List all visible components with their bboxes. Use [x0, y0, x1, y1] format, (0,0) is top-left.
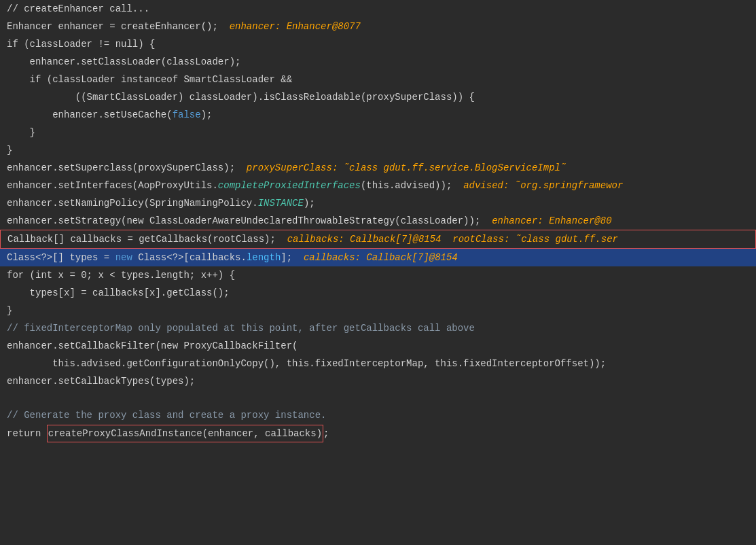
code-line: return createProxyClassAndInstance(enhan… [0, 424, 756, 443]
code-segment: enhancer.setNamingPolicy(SpringNamingPol… [7, 195, 258, 211]
code-segment: enhancer.setSuperclass(proxySuperClass); [7, 160, 247, 176]
code-lines-container: // createEnhancer call...Enhancer enhanc… [0, 0, 756, 443]
code-segment: ; [323, 425, 329, 442]
code-segment: Enhancer enhancer = createEnhancer(); [7, 18, 230, 35]
code-line: } [0, 141, 756, 159]
code-segment: ); [304, 195, 315, 211]
code-segment: length [247, 249, 281, 266]
code-segment: } [7, 142, 12, 158]
code-segment: return [7, 425, 47, 442]
code-segment: enhancer.setInterfaces(AopProxyUtils. [7, 177, 218, 194]
code-line: Class<?>[] types = new Class<?>[callback… [0, 249, 756, 266]
code-line: enhancer.setUseCache(false); [0, 106, 756, 124]
code-line: // fixedInterceptorMap only populated at… [0, 319, 756, 337]
code-segment: callbacks: Callback[7]@8154 rootClass: ˜… [287, 231, 618, 247]
code-line: enhancer.setStrategy(new ClassLoaderAwar… [0, 212, 756, 230]
code-segment: ((SmartClassLoader) classLoader).isClass… [7, 89, 475, 105]
code-segment: createProxyClassAndInstance(enhancer, ca… [48, 428, 322, 439]
code-editor: // createEnhancer call...Enhancer enhanc… [0, 0, 756, 545]
code-segment: ]; [281, 249, 304, 266]
code-segment: enhancer.setCallbackTypes(types); [7, 373, 195, 389]
code-segment: proxySuperClass: ˜class gdut.ff.service.… [247, 160, 566, 176]
code-segment: Callback[] callbacks = getCallbacks(root… [7, 231, 287, 247]
code-line: enhancer.setCallbackFilter(new ProxyCall… [0, 337, 756, 355]
code-line: enhancer.setClassLoader(classLoader); [0, 53, 756, 71]
code-line [0, 390, 756, 406]
code-line: if (classLoader != null) { [0, 35, 756, 53]
code-segment: this.advised.getConfigurationOnlyCopy(),… [7, 355, 606, 372]
code-segment: enhancer.setUseCache( [7, 107, 173, 123]
code-segment: false [173, 107, 201, 123]
code-segment: callbacks: Callback[7]@8154 [304, 249, 458, 266]
code-line: enhancer.setNamingPolicy(SpringNamingPol… [0, 194, 756, 212]
code-segment: Class<?> [132, 249, 184, 266]
code-line: } [0, 124, 756, 141]
code-segment: enhancer.setCallbackFilter(new ProxyCall… [7, 338, 298, 354]
code-segment: if (classLoader instanceof SmartClassLoa… [7, 71, 292, 88]
code-segment: [callbacks. [183, 249, 246, 266]
code-segment: INSTANCE [258, 195, 304, 211]
code-segment: enhancer: Enhancer@8077 [230, 18, 361, 35]
code-segment: // createEnhancer call... [7, 1, 149, 17]
code-line: if (classLoader instanceof SmartClassLoa… [0, 71, 756, 88]
code-segment: (this.advised)); [361, 177, 463, 194]
code-segment: advised: ˜org.springframewor [463, 177, 623, 194]
code-line: enhancer.setSuperclass(proxySuperClass);… [0, 159, 756, 177]
code-segment: for (int x = 0; x < types.length; x++) { [7, 267, 235, 283]
code-line: // createEnhancer call... [0, 0, 756, 18]
code-segment: completeProxiedInterfaces [218, 177, 361, 194]
code-line: enhancer.setCallbackTypes(types); [0, 372, 756, 390]
code-segment: Class<?>[] types = [7, 249, 115, 266]
code-segment: if (classLoader != null) { [7, 36, 155, 52]
code-segment: // fixedInterceptorMap only populated at… [7, 320, 475, 336]
code-segment: } [7, 124, 35, 141]
code-segment: types[x] = callbacks[x].getClass(); [7, 285, 230, 301]
code-line: } [0, 302, 756, 319]
code-segment: enhancer.setStrategy(new ClassLoaderAwar… [7, 213, 492, 229]
code-line: for (int x = 0; x < types.length; x++) { [0, 266, 756, 284]
code-segment: enhancer.setClassLoader(classLoader); [7, 54, 240, 70]
code-segment: enhancer: Enhancer@80 [492, 213, 611, 229]
code-line: types[x] = callbacks[x].getClass(); [0, 284, 756, 302]
code-line: enhancer.setInterfaces(AopProxyUtils.com… [0, 177, 756, 194]
code-segment: } [7, 302, 12, 319]
code-segment: new [115, 249, 132, 266]
code-line: Enhancer enhancer = createEnhancer(); en… [0, 18, 756, 35]
code-line: // Generate the proxy class and create a… [0, 406, 756, 424]
code-line: Callback[] callbacks = getCallbacks(root… [0, 230, 756, 249]
code-line: this.advised.getConfigurationOnlyCopy(),… [0, 355, 756, 372]
code-segment: // Generate the proxy class and create a… [7, 407, 326, 423]
code-line: ((SmartClassLoader) classLoader).isClass… [0, 88, 756, 106]
code-segment: ); [201, 107, 213, 123]
